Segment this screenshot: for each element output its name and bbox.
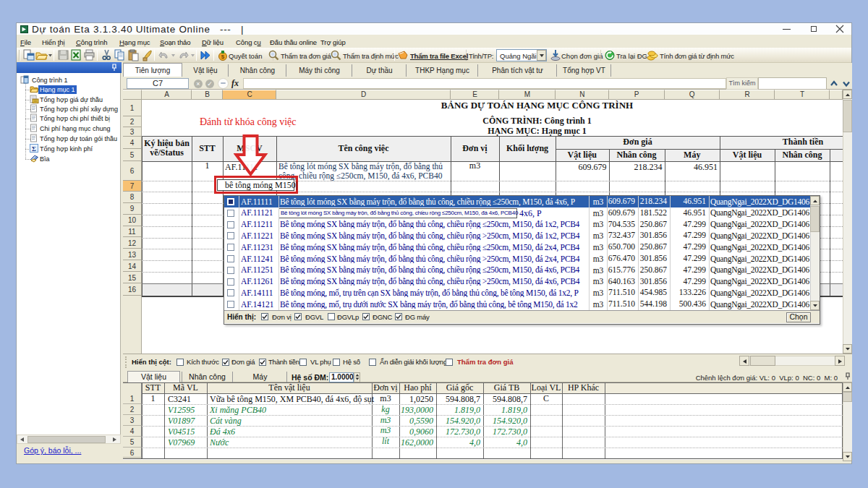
svg-text:$: $ — [221, 53, 225, 60]
svg-text:Σ: Σ — [32, 145, 36, 153]
